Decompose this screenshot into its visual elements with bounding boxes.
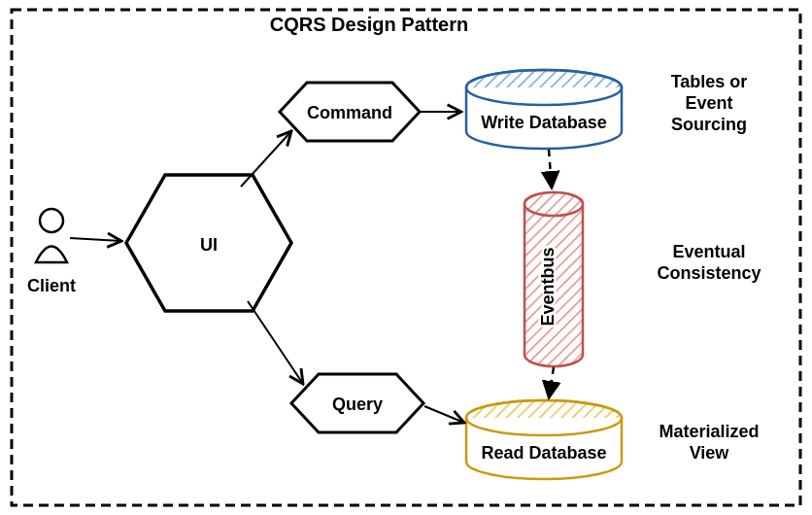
- ui-label: UI: [200, 235, 218, 255]
- read-database-label: Read Database: [481, 443, 606, 463]
- note-line: View: [690, 443, 730, 463]
- edge-writedb-eventbus: [549, 150, 552, 189]
- command-label: Command: [307, 103, 392, 122]
- note-materialized-view: Materialized View: [659, 422, 759, 463]
- note-line: Tables or: [671, 72, 748, 91]
- edge-client-ui: [70, 238, 121, 241]
- client-label: Client: [27, 276, 76, 295]
- note-line: Consistency: [657, 263, 761, 283]
- write-database-label: Write Database: [481, 113, 607, 132]
- edge-ui-query: [248, 301, 303, 384]
- note-line: Sourcing: [671, 115, 747, 134]
- note-tables-event-sourcing: Tables or Event Sourcing: [671, 72, 748, 134]
- command-hexagon: Command: [280, 83, 420, 141]
- edge-ui-command: [241, 131, 291, 187]
- write-database: Write Database: [466, 70, 622, 149]
- diagram-title: CQRS Design Pattern: [270, 14, 468, 35]
- ui-hexagon: UI: [126, 175, 291, 311]
- note-line: Materialized: [659, 422, 759, 441]
- note-eventual-consistency: Eventual Consistency: [657, 242, 761, 283]
- read-database: Read Database: [466, 400, 622, 479]
- diagram-canvas: CQRS Design Pattern Client UI Command Qu…: [0, 0, 812, 515]
- edge-eventbus-readdb: [549, 367, 554, 398]
- eventbus-label: Eventbus: [538, 247, 558, 326]
- svg-point-6: [40, 209, 63, 232]
- edge-query-readdb: [424, 406, 464, 423]
- query-label: Query: [332, 395, 383, 414]
- note-line: Event: [685, 93, 732, 113]
- note-line: Eventual: [672, 242, 745, 261]
- query-hexagon: Query: [291, 374, 423, 432]
- client-actor: [36, 209, 67, 262]
- svg-point-13: [524, 192, 583, 216]
- eventbus-cylinder: Eventbus: [524, 192, 583, 366]
